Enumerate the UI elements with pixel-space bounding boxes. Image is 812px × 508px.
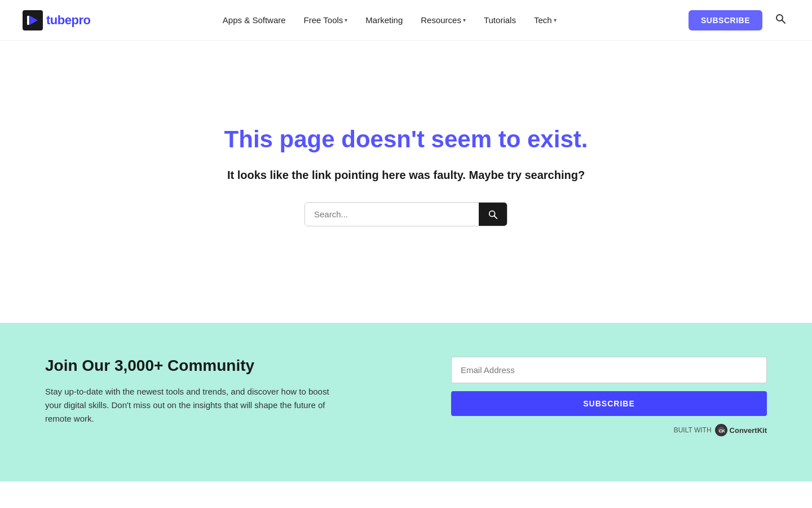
convertkit-icon: CK: [715, 424, 727, 436]
site-header: tubepro Apps & Software Free Tools ▾ Mar…: [0, 0, 812, 41]
chevron-down-icon: ▾: [554, 17, 557, 23]
convertkit-logo: CK ConvertKit: [715, 424, 767, 436]
footer-subscribe-button[interactable]: SUBSCRIBE: [451, 391, 767, 416]
main-nav: Apps & Software Free Tools ▾ Marketing R…: [216, 11, 563, 29]
footer-title: Join Our 3,000+ Community: [45, 357, 338, 375]
nav-item-resources[interactable]: Resources ▾: [414, 11, 473, 29]
footer: Join Our 3,000+ Community Stay up-to-dat…: [0, 323, 812, 481]
footer-description: Stay up-to-date with the newest tools an…: [45, 385, 338, 426]
nav-item-free-tools[interactable]: Free Tools ▾: [297, 11, 355, 29]
search-form: [304, 202, 508, 226]
main-content: This page doesn't seem to exist. It look…: [0, 41, 812, 323]
logo[interactable]: tubepro: [23, 10, 90, 30]
nav-item-apps-software[interactable]: Apps & Software: [216, 11, 293, 29]
chevron-down-icon: ▾: [463, 17, 466, 23]
nav-item-marketing[interactable]: Marketing: [359, 11, 409, 29]
search-input[interactable]: [305, 203, 479, 226]
svg-rect-2: [27, 16, 29, 25]
page-subtitle: It looks like the link pointing here was…: [227, 169, 585, 182]
subscribe-button[interactable]: SUBSCRIBE: [689, 10, 762, 30]
footer-left: Join Our 3,000+ Community Stay up-to-dat…: [45, 357, 338, 426]
nav-item-tech[interactable]: Tech ▾: [527, 11, 563, 29]
nav-item-tutorials[interactable]: Tutorials: [477, 11, 523, 29]
search-submit-button[interactable]: [479, 203, 507, 226]
logo-icon: [23, 10, 43, 30]
email-input[interactable]: [451, 357, 767, 383]
built-with-label: BUILT WITH: [674, 426, 712, 434]
search-icon: [488, 209, 498, 220]
chevron-down-icon: ▾: [345, 17, 347, 23]
svg-text:CK: CK: [718, 428, 725, 433]
page-title: This page doesn't seem to exist.: [224, 126, 588, 153]
svg-line-6: [494, 216, 497, 218]
logo-text: tubepro: [46, 13, 90, 28]
header-right: SUBSCRIBE: [689, 10, 789, 30]
footer-right: SUBSCRIBE BUILT WITH CK ConvertKit: [451, 357, 767, 436]
search-icon: [775, 13, 786, 24]
search-icon-button[interactable]: [771, 10, 789, 30]
built-with: BUILT WITH CK ConvertKit: [451, 424, 767, 436]
svg-line-4: [782, 20, 785, 24]
